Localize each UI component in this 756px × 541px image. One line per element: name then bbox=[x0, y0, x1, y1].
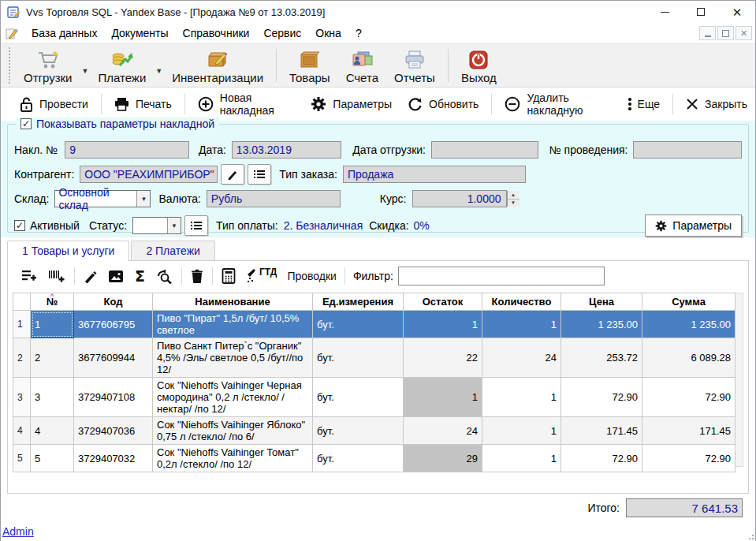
col-code[interactable]: Код bbox=[74, 293, 153, 311]
show-params-label: Показывать параметры накладной bbox=[36, 118, 214, 130]
delete-invoice-button[interactable]: Удалить накладную bbox=[497, 87, 620, 121]
products-grid: ˄№ Код Наименование Ед.измерения Остаток… bbox=[13, 293, 743, 472]
cart-icon bbox=[36, 47, 60, 70]
warehouse-label: Склад: bbox=[14, 192, 49, 205]
col-unit[interactable]: Ед.измерения bbox=[313, 293, 404, 311]
col-stock[interactable]: Остаток bbox=[404, 293, 482, 311]
payment-type-label: Тип оплаты: bbox=[216, 219, 278, 232]
ship-date-field[interactable] bbox=[431, 141, 538, 159]
menu-references[interactable]: Справочники bbox=[176, 24, 257, 42]
refresh-icon bbox=[408, 97, 423, 112]
shipments-dropdown-arrow[interactable]: ▼ bbox=[82, 56, 89, 75]
goods-button[interactable]: Товары bbox=[281, 44, 338, 87]
accounts-button[interactable]: Счета bbox=[338, 44, 386, 87]
table-row[interactable]: 4 4 3729407036 Сок "Niehoffs Vaihinger Я… bbox=[13, 417, 736, 445]
calculator-button[interactable] bbox=[216, 265, 241, 287]
mdi-restore-button[interactable] bbox=[717, 26, 734, 40]
search-move-button[interactable] bbox=[151, 266, 178, 287]
filter-input[interactable] bbox=[398, 267, 605, 285]
app-icon bbox=[7, 6, 20, 19]
toolbar-separator bbox=[448, 49, 449, 82]
mdi-minimize-button[interactable] bbox=[699, 26, 716, 40]
plus-circle-icon bbox=[198, 96, 214, 112]
col-sum[interactable]: Сумма bbox=[642, 293, 736, 311]
grid-toolbar: Σ ГТД Проводки Фильтр: bbox=[8, 261, 748, 291]
gtd-button[interactable]: ГТД bbox=[241, 265, 282, 287]
counterparty-list-button[interactable] bbox=[248, 164, 271, 185]
unlock-icon bbox=[20, 96, 33, 112]
rate-spinner[interactable]: ▲▼ bbox=[507, 191, 520, 207]
active-checkbox[interactable]: ✓ bbox=[14, 220, 25, 231]
status-combo[interactable]: ▼ bbox=[132, 217, 181, 234]
currency-field[interactable]: Рубль bbox=[207, 190, 341, 207]
col-price[interactable]: Цена bbox=[561, 293, 642, 311]
resize-grip[interactable] bbox=[746, 532, 754, 539]
table-row[interactable]: 1 1 3677606795 Пиво "Пират" 1,5л /бут/ 1… bbox=[13, 311, 736, 338]
postings-button[interactable]: Проводки bbox=[282, 270, 341, 282]
tab-payments[interactable]: 2 Платежи bbox=[131, 241, 214, 261]
add-by-barcode-button[interactable] bbox=[43, 266, 71, 286]
col-qty[interactable]: Количество bbox=[482, 293, 561, 311]
chevron-down-icon: ▼ bbox=[167, 218, 181, 233]
menu-database[interactable]: База данных bbox=[24, 24, 104, 42]
add-row-button[interactable] bbox=[16, 266, 43, 286]
sum-button[interactable]: Σ bbox=[129, 264, 151, 288]
menu-help[interactable]: ? bbox=[348, 24, 369, 42]
table-row[interactable]: 2 2 3677609944 Пиво Санкт Питер`с "Орган… bbox=[13, 338, 736, 378]
refresh-button[interactable]: Обновить bbox=[400, 92, 486, 117]
app-window: Vvs Торговля SQL - Yandex Base - [Продаж… bbox=[0, 0, 756, 541]
inventories-button[interactable]: Инвентаризации bbox=[164, 44, 271, 87]
menu-windows[interactable]: Окна bbox=[308, 24, 348, 42]
show-params-checkbox[interactable]: ✓ bbox=[20, 118, 32, 129]
status-list-button[interactable] bbox=[184, 215, 208, 236]
order-type-label: Тип заказа: bbox=[279, 168, 337, 181]
reports-button[interactable]: Отчеты bbox=[386, 44, 443, 87]
window-close-button[interactable]: ✕ bbox=[719, 1, 755, 23]
action-separator bbox=[101, 94, 102, 114]
mdi-close-button[interactable]: ✕ bbox=[736, 26, 752, 40]
col-num[interactable]: ˄№ bbox=[31, 293, 74, 311]
rate-field[interactable]: 1.0000 bbox=[412, 190, 507, 207]
package-icon bbox=[299, 47, 321, 70]
toolbar-drag-handle[interactable] bbox=[9, 47, 13, 84]
tab-goods-services[interactable]: 1 Товары и услуги bbox=[7, 241, 129, 261]
menu-documents[interactable]: Документы bbox=[104, 24, 175, 42]
posting-no-field[interactable] bbox=[633, 141, 742, 159]
post-button[interactable]: Провести bbox=[12, 91, 96, 117]
window-maximize-button[interactable] bbox=[683, 1, 719, 23]
goods-tab-content: Σ ГТД Проводки Фильтр: bbox=[7, 260, 749, 494]
col-name[interactable]: Наименование bbox=[153, 293, 313, 311]
edit-row-button[interactable] bbox=[78, 267, 102, 286]
print-button[interactable]: Печать bbox=[106, 92, 180, 116]
payments-dropdown-arrow[interactable]: ▼ bbox=[155, 56, 162, 75]
invoice-no-field[interactable]: 9 bbox=[65, 141, 189, 159]
action-separator bbox=[491, 94, 492, 114]
counterparty-edit-button[interactable] bbox=[221, 164, 244, 185]
shipments-button[interactable]: Отгрузки bbox=[16, 44, 80, 87]
order-type-field[interactable]: Продажа bbox=[343, 166, 526, 183]
more-button[interactable]: Еще bbox=[620, 93, 668, 115]
date-field[interactable]: 13.03.2019 bbox=[232, 141, 341, 159]
window-minimize-button[interactable] bbox=[646, 1, 683, 23]
grid-separator bbox=[181, 267, 182, 285]
exit-button[interactable]: Выход bbox=[453, 44, 505, 87]
params-button[interactable]: Параметры bbox=[645, 215, 742, 237]
parameters-button[interactable]: Параметры bbox=[303, 91, 400, 117]
counterparty-field[interactable]: ООО "РЕАХИМПРИБОР" bbox=[80, 166, 218, 183]
document-pencil-icon bbox=[6, 27, 18, 39]
grid-separator bbox=[344, 267, 345, 285]
vertical-scrollbar[interactable] bbox=[736, 293, 743, 467]
admin-user-link[interactable]: Admin bbox=[2, 525, 34, 538]
image-button[interactable] bbox=[102, 267, 129, 286]
row-gutter-header bbox=[13, 293, 31, 311]
rate-label: Курс: bbox=[380, 192, 407, 205]
close-invoice-button[interactable]: Закрыть bbox=[678, 93, 755, 115]
warehouse-combo[interactable]: Основной склад ▼ bbox=[54, 190, 151, 207]
table-row[interactable]: 3 3 3729407108 Сок "Niehoffs Vaihinger Ч… bbox=[13, 378, 736, 417]
payments-button[interactable]: Платежи bbox=[90, 44, 154, 87]
new-invoice-button[interactable]: Новая накладная bbox=[190, 87, 304, 121]
menu-service[interactable]: Сервис bbox=[256, 24, 308, 42]
filter-label: Фильтр: bbox=[353, 270, 393, 282]
delete-row-button[interactable] bbox=[185, 266, 209, 286]
table-row[interactable]: 5 5 3729407032 Сок "Niehoffs Vaihinger Т… bbox=[13, 445, 736, 472]
